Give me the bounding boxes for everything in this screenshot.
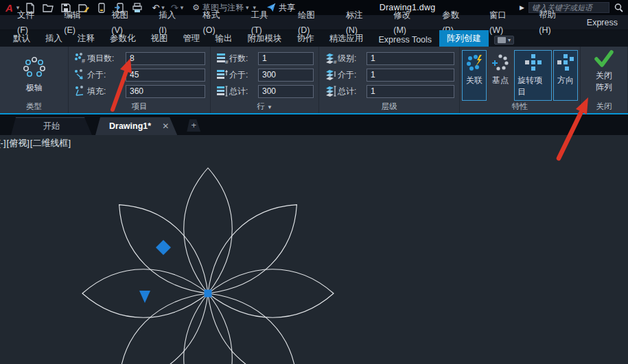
file-tab-drawing1-label: Drawing1* bbox=[109, 121, 151, 131]
check-icon bbox=[594, 50, 614, 68]
tab-annotate[interactable]: 注释 bbox=[70, 30, 102, 47]
rows-count-row: # 行数: bbox=[216, 51, 314, 65]
levels-count-label: 级别: bbox=[338, 53, 367, 64]
direction-grip-triangle[interactable] bbox=[139, 291, 150, 303]
rows-between-input[interactable] bbox=[258, 69, 314, 82]
items-count-row: # 项目数: bbox=[73, 51, 205, 65]
tab-parametric[interactable]: 参数化 bbox=[102, 30, 143, 47]
panel-levels: # 级别: 介于: bbox=[319, 47, 460, 113]
tab-view[interactable]: 视图 bbox=[143, 30, 176, 47]
panel-levels-footer: 层级 bbox=[319, 101, 459, 113]
levels-count-input[interactable] bbox=[367, 52, 454, 65]
tab-collaborate[interactable]: 协作 bbox=[290, 30, 322, 47]
associative-icon bbox=[465, 53, 483, 71]
items-count-label: 项目数: bbox=[87, 53, 126, 64]
item-count-grip-diamond[interactable] bbox=[156, 240, 171, 255]
search-icon[interactable] bbox=[614, 3, 624, 13]
close-array-label-line1: 关闭 bbox=[596, 70, 612, 82]
file-tab-bar: 开始 Drawing1* ✕ + bbox=[0, 114, 628, 135]
file-tab-drawing1[interactable]: Drawing1* ✕ bbox=[95, 117, 177, 135]
ribbon-toggle-caret-icon: ▾ bbox=[508, 37, 511, 43]
associative-label: 关联 bbox=[466, 75, 482, 86]
polar-array-drawing[interactable] bbox=[0, 135, 628, 364]
panel-items: # 项目数: 介于: bbox=[69, 47, 211, 113]
rows-between-icon bbox=[216, 69, 229, 81]
panel-items-footer: 项目 bbox=[69, 101, 210, 113]
tab-manage[interactable]: 管理 bbox=[176, 30, 208, 47]
levels-total-input[interactable] bbox=[367, 85, 454, 98]
items-between-label: 介于: bbox=[87, 69, 126, 81]
rows-between-label: 介于: bbox=[229, 69, 258, 81]
levels-total-row: 总计: bbox=[324, 84, 454, 98]
tab-addins[interactable]: 附加模块 bbox=[240, 30, 290, 47]
rows-count-label: 行数: bbox=[229, 53, 258, 64]
tab-insert[interactable]: 插入 bbox=[38, 30, 70, 47]
svg-text:#: # bbox=[82, 58, 85, 64]
tab-array-creation[interactable]: 阵列创建 bbox=[439, 30, 489, 47]
panel-rows: # 行数: 介于: bbox=[211, 47, 319, 113]
ribbon-array-contextual: 极轴 类型 # 项目数: bbox=[0, 47, 628, 114]
levels-total-icon bbox=[324, 85, 338, 97]
menu-help[interactable]: 帮助(H) bbox=[528, 8, 577, 38]
panel-properties-footer: 特性 bbox=[460, 101, 580, 113]
levels-between-icon bbox=[324, 69, 338, 81]
file-tab-close-icon[interactable]: ✕ bbox=[162, 121, 169, 131]
center-base-grip-square[interactable] bbox=[205, 290, 212, 298]
direction-button[interactable]: 方向 bbox=[553, 50, 578, 101]
rows-total-label: 总计: bbox=[229, 86, 258, 97]
base-point-icon bbox=[491, 53, 509, 71]
items-fill-row: 填充: bbox=[73, 84, 205, 98]
associative-button[interactable]: 关联 bbox=[462, 50, 487, 101]
close-array-label-line2: 阵列 bbox=[596, 82, 612, 93]
svg-text:#: # bbox=[225, 59, 229, 64]
levels-total-label: 总计: bbox=[338, 86, 367, 97]
levels-between-row: 介于: bbox=[324, 68, 454, 82]
flower-petals[interactable] bbox=[82, 168, 334, 364]
panel-close-footer: 关闭 bbox=[581, 101, 627, 113]
items-between-row: 介于: bbox=[73, 68, 205, 82]
svg-text:#: # bbox=[334, 59, 337, 64]
menu-express[interactable]: Express bbox=[577, 15, 628, 30]
tab-default[interactable]: 默认 bbox=[5, 30, 38, 47]
items-fill-label: 填充: bbox=[87, 86, 126, 97]
rows-count-input[interactable] bbox=[258, 52, 314, 65]
items-count-icon: # bbox=[73, 52, 87, 64]
direction-label: 方向 bbox=[557, 75, 574, 86]
file-tab-start[interactable]: 开始 bbox=[11, 117, 92, 135]
tab-output[interactable]: 输出 bbox=[208, 30, 240, 47]
base-point-button[interactable]: 基点 bbox=[488, 50, 513, 101]
polar-array-type-label: 极轴 bbox=[26, 82, 43, 94]
levels-between-input[interactable] bbox=[367, 69, 454, 82]
close-array-button[interactable]: 关闭 阵列 bbox=[590, 49, 618, 95]
rotate-items-icon bbox=[524, 53, 542, 71]
polar-array-type-button[interactable]: 极轴 bbox=[17, 55, 51, 95]
panel-type: 极轴 类型 bbox=[0, 47, 69, 113]
panel-properties: 关联 基点 bbox=[460, 47, 581, 113]
rows-count-icon: # bbox=[216, 52, 229, 64]
rows-total-row: 总计: bbox=[216, 84, 314, 98]
tab-express-tools[interactable]: Express Tools bbox=[371, 32, 440, 47]
polar-array-icon bbox=[23, 56, 46, 80]
items-between-icon bbox=[73, 69, 87, 81]
ribbon-display-toggle[interactable]: ▾ bbox=[494, 36, 514, 45]
items-between-input[interactable] bbox=[126, 69, 205, 82]
menu-bar: 文件(F) 编辑(E) 视图(V) 插入(I) 格式(O) 工具(T) 绘图(D… bbox=[0, 15, 628, 30]
items-count-input[interactable] bbox=[126, 52, 205, 65]
rows-between-row: 介于: bbox=[216, 68, 314, 82]
direction-icon bbox=[557, 53, 574, 71]
panel-type-footer: 类型 bbox=[0, 101, 68, 113]
rows-total-input[interactable] bbox=[258, 85, 314, 98]
items-fill-input[interactable] bbox=[126, 85, 205, 98]
levels-count-icon: # bbox=[324, 52, 338, 64]
rotate-items-button[interactable]: 旋转项目 bbox=[514, 50, 552, 101]
items-fill-icon bbox=[73, 85, 87, 97]
levels-between-label: 介于: bbox=[338, 69, 367, 81]
autocad-window: A ▾ ↶ ▾ ↷ ▾ ⚙ 草图与注释 ▾ ▾ 共享 bbox=[0, 0, 628, 364]
panel-close: 关闭 阵列 关闭 bbox=[581, 47, 628, 113]
levels-count-row: # 级别: bbox=[324, 51, 454, 65]
new-drawing-tab-button[interactable]: + bbox=[187, 119, 200, 132]
model-space-canvas[interactable]: [-][俯视][二维线框] bbox=[0, 135, 628, 364]
tab-featured-apps[interactable]: 精选应用 bbox=[322, 30, 371, 47]
panel-rows-footer[interactable]: 行 ▼ bbox=[211, 101, 318, 113]
rows-footer-caret-icon: ▼ bbox=[267, 104, 272, 110]
